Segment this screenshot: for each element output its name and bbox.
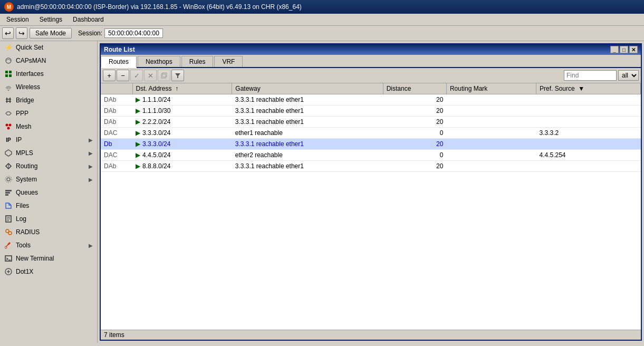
sidebar-item-dot1x[interactable]: Dot1X [0, 265, 97, 278]
svg-rect-4 [9, 74, 12, 77]
mpls-arrow-icon: ▶ [89, 150, 93, 156]
cell-dst: ▶3.3.3.0/24 [132, 128, 232, 139]
table-row[interactable]: Db▶3.3.3.0/243.3.3.1 reachable ether120 [101, 139, 641, 150]
mesh-icon [4, 122, 13, 131]
svg-rect-17 [5, 190, 12, 191]
table-row[interactable]: DAC▶4.4.5.0/24ether2 reachable04.4.5.254 [101, 150, 641, 161]
svg-point-25 [8, 232, 12, 235]
svg-point-15 [7, 178, 10, 181]
cell-gateway: 3.3.3.1 reachable ether1 [232, 161, 383, 172]
route-list-window: Route List _ □ ✕ Routes Nexthops Rules V… [100, 43, 642, 341]
find-select[interactable]: all [618, 70, 639, 81]
sidebar-label-queues: Queues [16, 189, 38, 196]
cell-flag: DAC [101, 150, 132, 161]
copy-route-button[interactable] [158, 70, 170, 81]
col-distance[interactable]: Distance [383, 83, 446, 94]
cell-distance: 20 [383, 105, 446, 117]
dot1x-icon [4, 267, 13, 276]
sidebar-item-mesh[interactable]: Mesh [0, 120, 97, 133]
ip-arrow-icon: ▶ [89, 137, 93, 143]
undo-button[interactable]: ↩ [2, 27, 14, 39]
col-flag[interactable] [101, 83, 132, 94]
cell-gateway: 3.3.3.1 reachable ether1 [232, 94, 383, 105]
table-row[interactable]: DAC▶3.3.3.0/24ether1 reachable03.3.3.2 [101, 128, 641, 139]
sidebar-item-capsman[interactable]: CAPsMAN [0, 54, 97, 68]
svg-marker-13 [5, 150, 12, 156]
cell-routing-mark [446, 128, 536, 139]
sidebar-item-log[interactable]: Log [0, 213, 97, 226]
sidebar-label-dot1x: Dot1X [16, 268, 33, 275]
route-list-title: Route List [104, 46, 135, 53]
tab-rules[interactable]: Rules [181, 56, 214, 67]
disable-route-button[interactable]: ✕ [144, 70, 157, 81]
tab-routes[interactable]: Routes [101, 56, 137, 68]
sidebar-item-new-terminal[interactable]: New Terminal [0, 252, 97, 265]
quick-set-icon: ⚡ [4, 43, 13, 52]
route-statusbar: 7 items [101, 330, 641, 340]
cell-gateway: ether1 reachable [232, 128, 383, 139]
filter-button[interactable] [171, 70, 184, 81]
svg-rect-33 [162, 73, 167, 77]
sidebar-item-system[interactable]: System ▶ [0, 173, 97, 186]
svg-point-10 [6, 124, 8, 127]
sidebar-item-radius[interactable]: RADIUS [0, 226, 97, 239]
sidebar-label-routing: Routing [16, 162, 37, 170]
cell-pref-source [536, 139, 640, 150]
svg-point-12 [7, 127, 10, 130]
cell-dst: ▶8.8.8.0/24 [132, 161, 232, 172]
sidebar-item-files[interactable]: Files [0, 199, 97, 213]
table-row[interactable]: DAb▶1.1.1.0/243.3.3.1 reachable ether120 [101, 94, 641, 105]
route-table-body: DAb▶1.1.1.0/243.3.3.1 reachable ether120… [101, 94, 641, 172]
tab-nexthops[interactable]: Nexthops [138, 56, 180, 67]
route-count: 7 items [104, 331, 124, 339]
enable-route-button[interactable]: ✓ [130, 70, 143, 81]
table-header-row: Dst. Address ↑ Gateway Distance Routing … [101, 83, 641, 94]
routing-icon [4, 162, 13, 170]
system-arrow-icon: ▶ [89, 177, 93, 182]
route-list-titlebar: Route List _ □ ✕ [101, 44, 641, 55]
col-routing-mark[interactable]: Routing Mark [446, 83, 536, 94]
title-bar: M admin@50:00:00:04:00:00 (ISP-Border) v… [0, 0, 644, 14]
redo-button[interactable]: ↪ [16, 27, 27, 39]
sidebar-item-routing[interactable]: Routing ▶ [0, 160, 97, 173]
table-row[interactable]: DAb▶8.8.8.0/243.3.3.1 reachable ether120 [101, 161, 641, 172]
sidebar-item-ppp[interactable]: PPP [0, 107, 97, 120]
sidebar-item-tools[interactable]: Tools ▶ [0, 239, 97, 252]
menu-dashboard[interactable]: Dashboard [69, 15, 108, 24]
tab-vrf[interactable]: VRF [214, 56, 243, 67]
find-input[interactable] [564, 70, 617, 81]
minimize-button[interactable]: _ [610, 46, 619, 53]
cell-pref-source [536, 94, 640, 105]
log-icon [4, 215, 13, 223]
col-gateway[interactable]: Gateway [232, 83, 383, 94]
routing-arrow-icon: ▶ [89, 164, 93, 169]
menu-session[interactable]: Session [2, 15, 33, 24]
add-route-button[interactable]: + [103, 70, 116, 81]
ppp-icon [4, 109, 13, 118]
svg-rect-3 [5, 74, 8, 77]
menu-settings[interactable]: Settings [35, 15, 66, 24]
table-row[interactable]: DAb▶1.1.1.0/303.3.3.1 reachable ether120 [101, 105, 641, 117]
safe-mode-button[interactable]: Safe Mode [30, 28, 72, 39]
cell-routing-mark [446, 117, 536, 128]
svg-point-27 [5, 246, 7, 248]
sidebar-item-queues[interactable]: Queues [0, 186, 97, 199]
system-icon [4, 175, 13, 184]
col-dst-address[interactable]: Dst. Address ↑ [132, 83, 232, 94]
sidebar-item-mpls[interactable]: MPLS ▶ [0, 147, 97, 160]
cell-dst: ▶2.2.2.0/24 [132, 117, 232, 128]
remove-route-button[interactable]: − [117, 70, 129, 81]
sidebar-item-quick-set[interactable]: ⚡ Quick Set [0, 41, 97, 54]
sidebar-item-ip[interactable]: IP IP ▶ [0, 133, 97, 147]
close-button[interactable]: ✕ [629, 46, 638, 53]
app-logo: M [4, 2, 14, 12]
sidebar-item-wireless[interactable]: Wireless [0, 81, 97, 94]
table-row[interactable]: DAb▶2.2.2.0/243.3.3.1 reachable ether120 [101, 117, 641, 128]
window-controls: _ □ ✕ [610, 46, 638, 53]
sidebar-label-log: Log [16, 215, 26, 223]
sidebar-item-interfaces[interactable]: Interfaces [0, 68, 97, 81]
svg-point-11 [9, 124, 12, 127]
maximize-button[interactable]: □ [620, 46, 628, 53]
col-pref-source[interactable]: Pref. Source ▼ [536, 83, 640, 94]
sidebar-item-bridge[interactable]: Bridge [0, 94, 97, 107]
